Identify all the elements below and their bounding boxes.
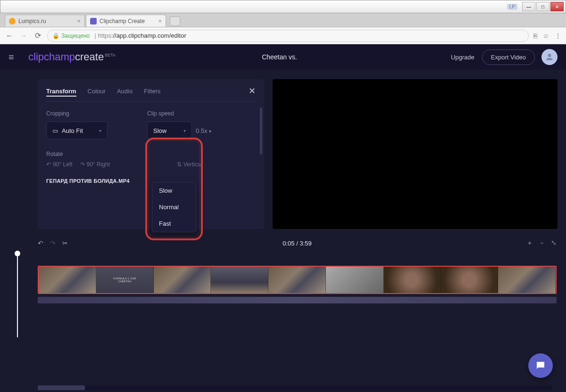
rotate-left-button[interactable]: ↶90° Left: [46, 161, 73, 168]
clipspeed-highlight: Slow Normal Fast: [145, 138, 203, 240]
tab-title: Clipchamp Create: [100, 18, 145, 24]
rotate-right-icon: ↷: [80, 161, 85, 168]
clip-thumbnail[interactable]: [498, 267, 556, 293]
zoom-fit-button[interactable]: ⤡: [551, 239, 557, 247]
clip-thumbnail[interactable]: [441, 267, 498, 293]
browser-tab-clipchamp[interactable]: Clipchamp Create ×: [86, 15, 166, 27]
clip-thumbnail[interactable]: [96, 267, 154, 293]
url-proto: https: [98, 32, 111, 39]
rotate-label: Rotate: [46, 151, 63, 157]
timeline: [0, 253, 566, 303]
panel-tabs: Transform Colour Audio Filters: [46, 88, 256, 102]
bookmark-icon[interactable]: ☆: [543, 32, 549, 40]
favicon-icon: [9, 18, 16, 24]
chevron-down-icon: ▾: [99, 128, 101, 133]
hamburger-icon[interactable]: ≡: [8, 52, 20, 63]
back-button[interactable]: ←: [5, 32, 14, 40]
tab-colour[interactable]: Colour: [88, 88, 106, 97]
clipspeed-label: Clip speed: [147, 110, 237, 117]
project-title[interactable]: Cheetan vs.: [116, 53, 443, 61]
rotate-left-icon: ↶: [46, 161, 51, 168]
undo-button[interactable]: ↶: [38, 239, 43, 247]
browser-tab-lumpics[interactable]: Lumpics.ru ×: [5, 15, 85, 27]
tab-audio[interactable]: Audio: [117, 88, 133, 97]
speed-option-normal[interactable]: Normal: [152, 199, 196, 215]
reload-button[interactable]: ⟳: [33, 31, 42, 40]
close-icon[interactable]: ✕: [249, 86, 256, 96]
rotate-right-button[interactable]: ↷90° Right: [80, 161, 110, 168]
speed-multiplier[interactable]: 0.5x ▾: [196, 127, 211, 134]
clip-thumbnail[interactable]: [154, 267, 211, 293]
upgrade-button[interactable]: Upgrade: [443, 50, 482, 65]
chevron-down-icon: ▾: [183, 128, 186, 133]
zoom-in-button[interactable]: ＋: [526, 239, 533, 247]
app-header: ≡ clipchampcreateBETA Cheetan vs. Upgrad…: [0, 44, 566, 70]
lock-icon: 🔒: [52, 33, 59, 39]
zoom-out-button[interactable]: －: [539, 239, 545, 247]
chat-button[interactable]: [528, 353, 553, 378]
url-field[interactable]: 🔒 Защищено | https://app.clipchamp.com/e…: [47, 30, 529, 42]
window-titlebar: LP — □ ✕: [0, 0, 566, 13]
tab-title: Lumpics.ru: [18, 18, 46, 24]
clipspeed-select[interactable]: Slow ▾: [147, 122, 192, 139]
horizontal-scrollbar[interactable]: [38, 385, 552, 390]
tab-filters[interactable]: Filters: [144, 88, 160, 97]
favicon-icon: [90, 18, 97, 24]
cropping-label: Cropping: [46, 110, 136, 117]
panel-scrollbar[interactable]: [260, 107, 262, 155]
clip-thumbnail[interactable]: [211, 267, 268, 293]
timeline-toolbar: ↶ ↷ ✂ 0:05 / 3:59 ＋ － ⤡: [0, 234, 566, 253]
audio-track[interactable]: [38, 297, 557, 303]
forward-button[interactable]: →: [19, 32, 28, 40]
secure-label: Защищено: [61, 33, 90, 39]
tab-transform[interactable]: Transform: [46, 88, 76, 97]
window-maximize-button[interactable]: □: [536, 2, 549, 11]
tab-close-icon[interactable]: ×: [77, 17, 81, 24]
clip-thumbnail[interactable]: [326, 267, 383, 293]
window-badge: LP: [507, 4, 517, 10]
url-path: ://app.clipchamp.com/editor: [111, 32, 186, 39]
avatar[interactable]: [541, 49, 558, 65]
scrollbar-thumb[interactable]: [38, 385, 85, 390]
translate-icon[interactable]: ⎘: [533, 32, 537, 40]
clip-thumbnail[interactable]: [383, 267, 441, 293]
timeline-time: 0:05 / 3:59: [68, 240, 526, 247]
video-track[interactable]: [38, 266, 557, 294]
main-area: ✕ Transform Colour Audio Filters Croppin…: [0, 70, 566, 234]
tab-close-icon[interactable]: ×: [158, 17, 162, 24]
video-preview[interactable]: [273, 79, 558, 229]
clip-thumbnail[interactable]: [39, 267, 96, 293]
timeline-ruler[interactable]: [38, 256, 557, 263]
window-minimize-button[interactable]: —: [522, 2, 535, 11]
svg-point-0: [548, 54, 551, 57]
split-button[interactable]: ✂: [62, 239, 68, 247]
new-tab-button[interactable]: [170, 16, 180, 26]
speed-option-fast[interactable]: Fast: [152, 215, 196, 232]
export-video-button[interactable]: Export Video: [482, 49, 535, 65]
menu-icon[interactable]: ⋮: [555, 32, 561, 40]
window-close-button[interactable]: ✕: [550, 2, 564, 11]
crop-icon: ▭: [52, 127, 58, 134]
clipspeed-dropdown: Slow Normal Fast: [152, 182, 196, 232]
clip-thumbnail[interactable]: [268, 267, 326, 293]
cropping-select[interactable]: ▭ Auto Fit ▾: [46, 122, 108, 139]
browser-tab-strip: Lumpics.ru × Clipchamp Create ×: [0, 13, 566, 27]
address-bar: ← → ⟳ 🔒 Защищено | https://app.clipchamp…: [0, 27, 566, 44]
logo: clipchampcreateBETA: [28, 51, 116, 63]
redo-button[interactable]: ↷: [50, 239, 56, 247]
speed-option-slow[interactable]: Slow: [152, 182, 196, 199]
playhead[interactable]: [17, 253, 18, 337]
